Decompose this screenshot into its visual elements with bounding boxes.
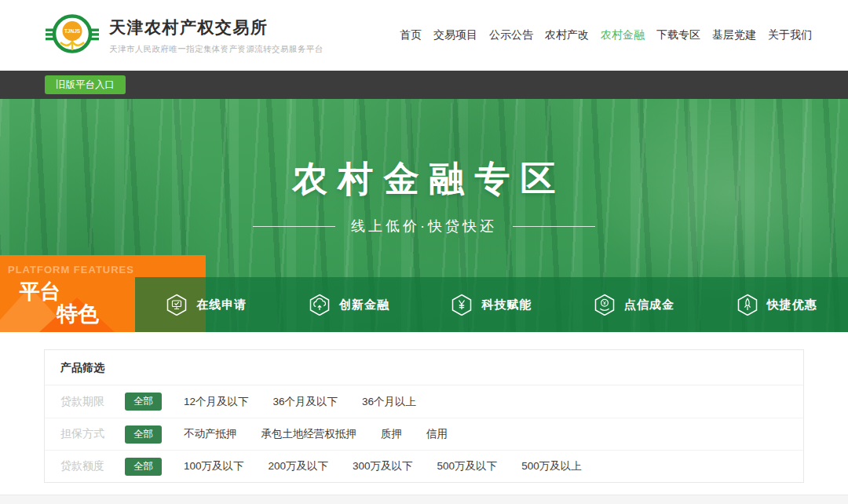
nav-item-4[interactable]: 农村金融 — [601, 28, 645, 42]
feature-tab-label: 创新金融 — [339, 298, 389, 312]
filter-row-0: 贷款期限全部12个月及以下36个月及以下36个月以上 — [45, 385, 803, 418]
filter-option[interactable]: 12个月及以下 — [184, 395, 249, 409]
filter-row-1: 担保方式全部不动产抵押承包土地经营权抵押质押信用 — [45, 418, 803, 450]
page: TJNJS 天津农村产权交易所 天津市人民政府唯一指定集体资产资源流转交易服务平… — [0, 0, 848, 504]
filter-option[interactable]: 100万及以下 — [184, 459, 244, 473]
nav-item-7[interactable]: 关于我们 — [768, 28, 812, 42]
topbar: 旧版平台入口 — [0, 71, 848, 99]
nav-item-2[interactable]: 公示公告 — [489, 28, 533, 42]
feature-tab-1[interactable]: 创新金融 — [278, 277, 421, 332]
filter-card-title: 产品筛选 — [45, 350, 803, 385]
filter-option[interactable]: 36个月以上 — [362, 395, 416, 409]
filter-row-label: 担保方式 — [60, 427, 109, 441]
filter-option[interactable]: 不动产抵押 — [184, 427, 237, 441]
tagline-line-left — [253, 226, 335, 227]
feature-tab-label: 科技赋能 — [481, 298, 532, 312]
product-filter-card: 产品筛选 贷款期限全部12个月及以下36个月及以下36个月以上担保方式全部不动产… — [44, 349, 804, 483]
hero-banner: 农村金融专区 线上低价·快贷快还 PLATFORM FEATURES 平台 特色… — [0, 99, 848, 332]
feature-tab-label: 快捷优惠 — [767, 298, 817, 312]
platform-features-eyebrow: PLATFORM FEATURES — [8, 264, 206, 276]
nav-item-0[interactable]: 首页 — [400, 28, 422, 42]
filter-option[interactable]: 质押 — [381, 427, 402, 441]
filter-option[interactable]: 200万及以下 — [269, 459, 329, 473]
site-header: TJNJS 天津农村产权交易所 天津市人民政府唯一指定集体资产资源流转交易服务平… — [0, 0, 848, 71]
feature-tab-3[interactable]: 点信成金 — [563, 277, 706, 332]
feature-tab-4[interactable]: 快捷优惠 — [705, 277, 848, 332]
coin-hand-icon — [594, 294, 616, 316]
filter-option-all[interactable]: 全部 — [125, 425, 162, 444]
hero-title: 农村金融专区 — [0, 155, 848, 203]
monitor-check-icon — [166, 294, 188, 316]
brand-text: 天津农村产权交易所 天津市人民政府唯一指定集体资产资源流转交易服务平台 — [109, 16, 323, 55]
logo-text: TJNJS — [64, 28, 81, 34]
filter-option-all[interactable]: 全部 — [125, 458, 162, 476]
filter-option[interactable]: 36个月及以下 — [273, 395, 338, 409]
main-nav: 首页交易项目公示公告农村产改农村金融下载专区基层党建关于我们 — [400, 28, 812, 42]
feature-tab-0[interactable]: 在线申请 — [135, 277, 278, 332]
filter-option[interactable]: 300万及以下 — [353, 459, 413, 473]
nav-item-6[interactable]: 基层党建 — [712, 28, 756, 42]
filter-rows: 贷款期限全部12个月及以下36个月及以下36个月以上担保方式全部不动产抵押承包土… — [45, 385, 803, 482]
hero-tagline: 线上低价·快贷快还 — [0, 217, 848, 236]
rocket-icon — [737, 294, 758, 316]
feature-tab-2[interactable]: 科技赋能 — [420, 277, 563, 332]
old-platform-button[interactable]: 旧版平台入口 — [45, 75, 126, 95]
filter-row-label: 贷款期限 — [60, 395, 109, 409]
filter-option-all[interactable]: 全部 — [125, 393, 162, 411]
filter-row-label: 贷款额度 — [60, 459, 109, 473]
hero-tagline-text: 线上低价·快贷快还 — [351, 217, 497, 236]
nav-item-1[interactable]: 交易项目 — [433, 28, 477, 42]
nav-item-3[interactable]: 农村产改 — [545, 28, 589, 42]
site-subtitle: 天津市人民政府唯一指定集体资产资源流转交易服务平台 — [109, 44, 323, 55]
site-logo-icon: TJNJS — [46, 8, 99, 63]
brand[interactable]: TJNJS 天津农村产权交易所 天津市人民政府唯一指定集体资产资源流转交易服务平… — [46, 8, 323, 63]
filter-row-2: 贷款额度全部100万及以下200万及以下300万及以下500万及以下500万及以… — [45, 450, 803, 482]
feature-tab-label: 在线申请 — [196, 298, 247, 312]
filter-option[interactable]: 承包土地经营权抵押 — [261, 427, 357, 441]
feature-tab-label: 点信成金 — [624, 298, 674, 312]
filter-option[interactable]: 信用 — [426, 427, 448, 441]
nav-item-5[interactable]: 下载专区 — [656, 28, 700, 42]
site-title: 天津农村产权交易所 — [109, 16, 323, 38]
footer-strip — [0, 495, 848, 504]
filter-option[interactable]: 500万及以上 — [521, 459, 582, 473]
yuan-icon — [451, 294, 473, 316]
feature-tabbar: 在线申请创新金融科技赋能点信成金快捷优惠 — [135, 277, 848, 332]
tagline-line-right — [513, 226, 595, 227]
cloud-upload-icon — [309, 294, 331, 316]
filter-option[interactable]: 500万及以下 — [437, 459, 498, 473]
